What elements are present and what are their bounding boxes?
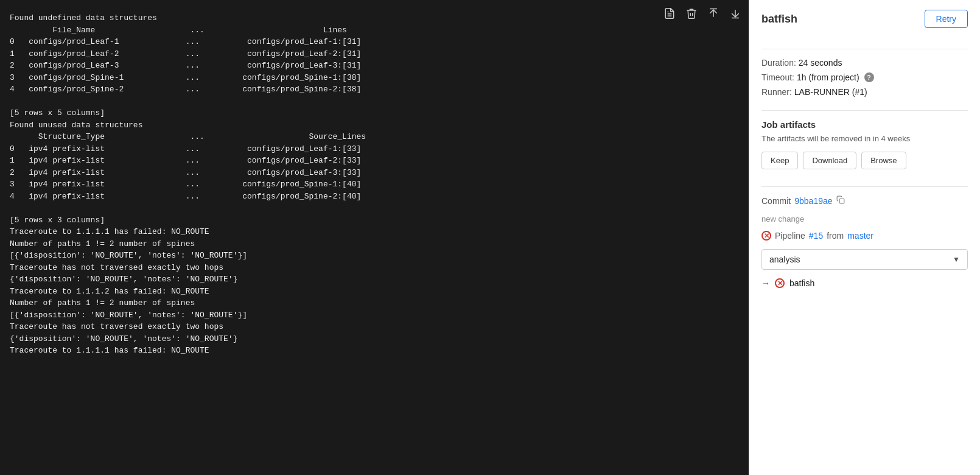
scroll-top-btn[interactable] [705, 5, 722, 22]
divider-2 [761, 110, 968, 111]
job-row: → ✕ batfish [761, 278, 968, 288]
runner-value: LAB-RUNNER (#1) [794, 87, 867, 97]
retry-button[interactable]: Retry [925, 10, 968, 28]
pipeline-branch-link[interactable]: master [847, 231, 873, 241]
terminal-panel: Found undefined data structures File_Nam… [0, 0, 749, 475]
commit-label: Commit [761, 196, 791, 206]
svg-rect-6 [839, 199, 844, 203]
runner-row: Runner: LAB-RUNNER (#1) [761, 87, 968, 97]
sidebar: batfish Retry Duration: 24 seconds Timeo… [749, 0, 980, 475]
document-icon-btn[interactable] [661, 5, 678, 22]
analysis-dropdown[interactable]: analysis ▼ [761, 249, 968, 270]
trash-icon-btn[interactable] [683, 5, 700, 22]
timeout-label: Timeout: [761, 72, 794, 82]
duration-label: Duration: [761, 58, 796, 68]
browse-button[interactable]: Browse [861, 152, 906, 169]
terminal-output: Found undefined data structures File_Nam… [0, 0, 749, 475]
pipeline-from-text: from [827, 231, 844, 241]
runner-label: Runner: [761, 87, 792, 97]
pipeline-number-link[interactable]: #15 [809, 231, 823, 241]
artifact-note: The artifacts will be removed in in 4 we… [761, 133, 968, 144]
duration-value: 24 seconds [799, 58, 842, 68]
divider-1 [761, 49, 968, 49]
timeout-help-icon[interactable]: ? [864, 72, 874, 82]
download-button[interactable]: Download [803, 152, 856, 169]
pipeline-error-icon: ✕ [761, 231, 771, 241]
sidebar-header: batfish Retry [761, 10, 968, 28]
pipeline-label: Pipeline [775, 231, 805, 241]
divider-3 [761, 186, 968, 187]
duration-row: Duration: 24 seconds [761, 58, 968, 68]
job-error-icon: ✕ [775, 278, 785, 288]
commit-hash-link[interactable]: 9bba19ae [794, 196, 832, 206]
dropdown-label: analysis [769, 255, 800, 264]
copy-icon[interactable] [836, 195, 845, 206]
job-artifacts-title: Job artifacts [761, 119, 968, 130]
artifact-buttons: Keep Download Browse [761, 152, 968, 169]
timeout-value: 1h (from project) [797, 72, 859, 82]
job-name: batfish [789, 278, 814, 288]
arrow-icon: → [761, 278, 770, 288]
scroll-bottom-btn[interactable] [727, 5, 744, 22]
keep-button[interactable]: Keep [761, 152, 798, 169]
sidebar-title: batfish [761, 13, 797, 26]
terminal-toolbar [661, 5, 744, 22]
new-change-text: new change [761, 214, 968, 223]
timeout-row: Timeout: 1h (from project) ? [761, 72, 968, 82]
commit-row: Commit 9bba19ae [761, 195, 968, 206]
pipeline-row: ✕ Pipeline #15 from master [761, 231, 968, 241]
chevron-down-icon: ▼ [953, 255, 960, 264]
